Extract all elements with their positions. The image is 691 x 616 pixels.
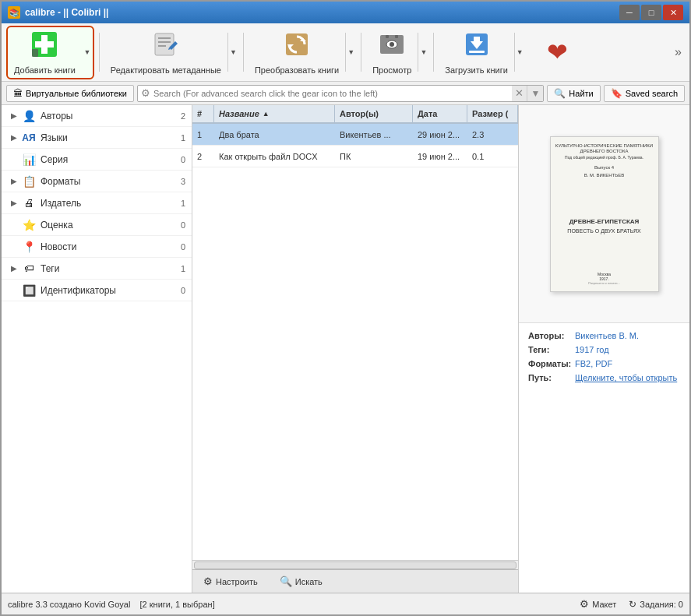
search-clear-button[interactable]: ✕ <box>512 86 527 101</box>
edit-metadata-button[interactable]: Редактировать метаданные <box>104 27 227 78</box>
layout-icon: ⚙ <box>580 598 589 610</box>
authors-icon: 👤 <box>20 110 37 122</box>
info-authors-row: Авторы: Викентьев В. М. <box>528 331 680 340</box>
info-authors-value: Викентьев В. М. <box>575 331 680 340</box>
edit-metadata-group: Редактировать метаданные ▼ <box>104 27 238 78</box>
settings-label: Настроить <box>216 577 258 586</box>
status-bar: calibre 3.3 создано Kovid Goyal [2 книги… <box>2 593 689 614</box>
identifiers-icon: 🔲 <box>20 284 37 297</box>
search-input[interactable] <box>153 89 512 98</box>
expand-icon: ▶ <box>8 264 20 273</box>
identifiers-count: 0 <box>181 286 185 295</box>
layout-item[interactable]: ⚙ Макет <box>580 598 616 610</box>
search-gear-icon[interactable]: ⚙ <box>138 87 153 99</box>
languages-count: 1 <box>181 133 185 143</box>
svg-rect-4 <box>155 33 174 55</box>
sidebar-item-authors[interactable]: ▶ 👤 Авторы 2 <box>2 105 192 127</box>
edit-metadata-label: Редактировать метаданные <box>111 65 221 75</box>
search-dropdown-button[interactable]: ▼ <box>527 86 543 101</box>
cover-issue: Выпуск 4 <box>594 165 614 170</box>
table-row[interactable]: 2 Как открыть файл DOCX ПК 19 июн 2... 0… <box>192 146 518 167</box>
sidebar-item-languages[interactable]: ▶ АЯ Языки 1 <box>2 127 192 149</box>
info-tags-label: Теги: <box>528 345 575 354</box>
sidebar-item-rating[interactable]: ▶ ⭐ Оценка 0 <box>2 214 192 236</box>
info-tags-value: 1917 год <box>575 345 680 354</box>
convert-group: Преобразовать книги ▼ <box>249 27 356 78</box>
languages-label: Языки <box>41 132 178 143</box>
tags-label: Теги <box>41 263 178 274</box>
find-button[interactable]: 🔍 Найти <box>547 85 600 102</box>
more-button[interactable]: » <box>672 42 685 62</box>
search-bottom-icon: 🔍 <box>280 576 292 587</box>
convert-button[interactable]: Преобразовать книги <box>249 27 345 78</box>
col-header-title[interactable]: Название ▲ <box>214 105 335 122</box>
search-container: ⚙ ✕ ▼ <box>137 85 544 102</box>
sep2 <box>243 33 244 72</box>
svg-point-13 <box>390 42 394 47</box>
col-header-num[interactable]: # <box>192 105 214 122</box>
download-button[interactable]: Загрузить книги <box>439 27 513 78</box>
col-header-date[interactable]: Дата <box>413 105 467 122</box>
close-button[interactable]: ✕ <box>663 5 683 20</box>
info-path-value[interactable]: Щелкните, чтобы открыть <box>575 373 680 382</box>
view-label: Просмотр <box>372 65 411 75</box>
sort-arrow-icon: ▲ <box>263 110 270 118</box>
sidebar-item-identifiers[interactable]: ▶ 🔲 Идентификаторы 0 <box>2 280 192 301</box>
settings-button[interactable]: ⚙ Настроить <box>200 574 261 589</box>
svg-rect-3 <box>32 49 38 57</box>
saved-search-button[interactable]: 🔖 Saved search <box>604 85 685 102</box>
sidebar-item-publisher[interactable]: ▶ 🖨 Издатель 1 <box>2 192 192 214</box>
sidebar-item-news[interactable]: ▶ 📍 Новости 0 <box>2 236 192 258</box>
sidebar-item-series[interactable]: ▶ 📊 Серия 0 <box>2 149 192 171</box>
horizontal-scrollbar[interactable] <box>194 561 516 569</box>
sidebar-item-formats[interactable]: ▶ 📋 Форматы 3 <box>2 171 192 192</box>
info-tags-row: Теги: 1917 год <box>528 345 680 354</box>
col-header-author[interactable]: Автор(ы) <box>335 105 413 122</box>
donate-button[interactable]: ❤ <box>534 37 581 68</box>
search-bottom-button[interactable]: 🔍 Искать <box>277 574 326 589</box>
add-books-button[interactable]: Добавить книги <box>8 27 82 78</box>
search-bar: 🏛 Виртуальные библиотеки ⚙ ✕ ▼ 🔍 Найти 🔖… <box>2 82 689 105</box>
add-books-label: Добавить книги <box>14 65 76 75</box>
download-group: Загрузить книги ▼ <box>439 27 524 78</box>
book-info: Авторы: Викентьев В. М. Теги: 1917 год Ф… <box>519 323 689 395</box>
expand-icon: ▶ <box>8 199 20 207</box>
search-bottom-label: Искать <box>295 577 323 586</box>
add-books-dropdown[interactable]: ▼ <box>82 33 93 72</box>
col-date-label: Дата <box>418 109 437 118</box>
maximize-button[interactable]: □ <box>641 5 661 20</box>
authors-label: Авторы <box>41 111 178 121</box>
info-path-row: Путь: Щелкните, чтобы открыть <box>528 373 680 382</box>
app-icon: 📚 <box>8 6 20 19</box>
info-path-label: Путь: <box>528 373 575 382</box>
virtual-libraries-button[interactable]: 🏛 Виртуальные библиотеки <box>6 85 134 102</box>
minimize-button[interactable]: ─ <box>619 5 640 20</box>
convert-dropdown[interactable]: ▼ <box>345 33 356 72</box>
sep4 <box>433 33 434 72</box>
rating-count: 0 <box>181 220 185 230</box>
col-header-size[interactable]: Размер ( <box>467 105 518 122</box>
book-table-header: # Название ▲ Автор(ы) Дата Размер ( <box>192 105 518 124</box>
download-dropdown[interactable]: ▼ <box>514 33 525 72</box>
jobs-item[interactable]: ↻ Задания: 0 <box>629 599 683 610</box>
cover-main-title: ДРЕВНЕ-ЕГИПЕТСКАЯ <box>569 218 640 225</box>
view-dropdown[interactable]: ▼ <box>418 33 428 72</box>
svg-rect-18 <box>469 51 485 53</box>
toolbar: Добавить книги ▼ <box>2 23 689 82</box>
status-right: ⚙ Макет ↻ Задания: 0 <box>580 598 683 610</box>
edit-metadata-dropdown[interactable]: ▼ <box>227 33 238 72</box>
sep3 <box>361 33 361 72</box>
window-title: calibre - || Colibri || <box>25 7 108 18</box>
add-books-icon <box>30 30 58 62</box>
svg-rect-14 <box>386 35 389 38</box>
svg-rect-2 <box>35 41 54 48</box>
publisher-label: Издатель <box>41 198 178 209</box>
book-size: 2.3 <box>467 130 518 139</box>
view-button[interactable]: Просмотр <box>366 27 418 78</box>
saved-search-label: Saved search <box>626 89 678 98</box>
table-row[interactable]: 1 Два брата Викентьев ... 29 июн 2... 2.… <box>192 124 518 146</box>
settings-icon: ⚙ <box>203 576 213 587</box>
vlib-icon: 🏛 <box>13 88 23 99</box>
convert-label: Преобразовать книги <box>255 65 339 75</box>
sidebar-item-tags[interactable]: ▶ 🏷 Теги 1 <box>2 258 192 280</box>
